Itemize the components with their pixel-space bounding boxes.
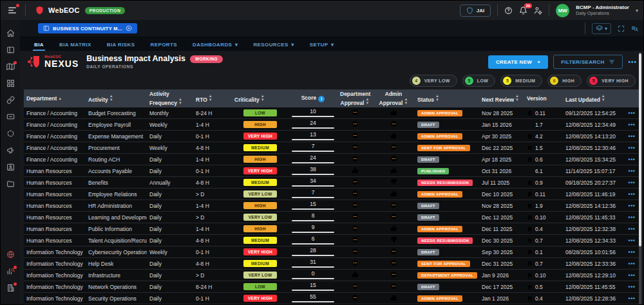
row-actions-button[interactable]: ••• xyxy=(629,191,636,198)
tab-dashboards[interactable]: DASHBOARDS ▾ xyxy=(186,39,244,51)
score-info-icon[interactable]: i xyxy=(318,96,325,102)
tab-bia-matrix[interactable]: BIA MATRIX xyxy=(53,39,98,51)
sidebar-item-chat[interactable] xyxy=(6,113,15,121)
tab-setup[interactable]: SETUP ▾ xyxy=(303,39,341,51)
close-icon[interactable] xyxy=(126,25,132,32)
page-subtitle: DAILY OPERATIONS xyxy=(86,64,223,69)
legend-pill-very-high[interactable]: 5 VERY HIGH xyxy=(587,75,636,87)
search-list-icon[interactable] xyxy=(631,25,638,32)
row-actions-button[interactable]: ••• xyxy=(629,133,636,140)
column-header-rto[interactable]: RTO▲▼ xyxy=(193,89,232,107)
sidebar-item-analytics[interactable] xyxy=(6,267,15,275)
table-row[interactable]: Information Technology Help Desk Daily 4… xyxy=(24,258,641,270)
menu-toggle-icon[interactable] xyxy=(7,5,17,15)
table-row[interactable]: Human Resources Talent Acquisition/Recru… xyxy=(24,235,641,246)
table-row[interactable]: Human Resources Employee Relations Daily… xyxy=(24,189,641,200)
table-row[interactable]: Information Technology Security Operatio… xyxy=(24,293,641,304)
column-header-criticality[interactable]: Criticality▲▼ xyxy=(232,89,289,107)
table-row[interactable]: Information Technology Cybersecurity Ope… xyxy=(24,246,641,258)
tab-bia[interactable]: BIA xyxy=(28,39,50,51)
table-row[interactable]: Finance / Accounting Routing ACH Daily 1… xyxy=(24,154,641,165)
jai-button[interactable]: JAI xyxy=(460,5,491,17)
nexus-logo[interactable]: WebEOC NEXUS xyxy=(26,54,79,69)
sidebar-item-folder[interactable] xyxy=(6,180,15,188)
table-row[interactable]: Finance / Accounting Procurement Weekly … xyxy=(24,142,641,154)
help-icon[interactable] xyxy=(504,6,513,15)
legend-pill-high[interactable]: 6 HIGH xyxy=(547,75,582,87)
legend-pill-very-low[interactable]: 4 VERY LOW xyxy=(410,75,457,87)
table-row[interactable]: Human Resources Accounts Payable Daily 0… xyxy=(24,165,641,177)
column-header-department[interactable]: Department▲ xyxy=(24,89,86,107)
fullscreen-icon[interactable] xyxy=(618,25,625,32)
row-actions-button[interactable]: ••• xyxy=(629,249,636,255)
row-actions-button[interactable]: ••• xyxy=(629,226,636,232)
user-info[interactable]: BCMP - Administrator Daily Operations xyxy=(576,5,629,16)
row-actions-button[interactable]: ••• xyxy=(629,284,636,290)
table-row[interactable]: Information Technology Network Operation… xyxy=(24,281,641,293)
board-tab-business-continuity[interactable]: BUSINESS CONTINUITY M... xyxy=(38,23,137,33)
table-row[interactable]: Human Resources Learning and Development… xyxy=(24,212,641,223)
column-header-status[interactable]: Status▲▼ xyxy=(415,89,479,107)
row-actions-button[interactable]: ••• xyxy=(629,180,636,186)
board-settings-button[interactable]: ▾ xyxy=(592,23,611,34)
status-badge: SENT FOR APPROVAL xyxy=(417,145,470,151)
vertical-scrollbar[interactable] xyxy=(639,52,641,304)
cell-admin-approval xyxy=(372,142,415,154)
cell-department: Human Resources xyxy=(24,189,86,200)
row-actions-button[interactable]: ••• xyxy=(629,110,636,116)
table-row[interactable]: Finance / Accounting Expense Management … xyxy=(24,131,641,142)
row-actions-button[interactable]: ••• xyxy=(629,295,636,302)
table-row[interactable]: Finance / Accounting Budget Forecasting … xyxy=(24,107,641,119)
row-actions-button[interactable]: ••• xyxy=(629,122,636,128)
table-row[interactable]: Information Technology Infrastructure Da… xyxy=(24,270,641,281)
column-header-department-approval[interactable]: Department Approval▲▼ xyxy=(337,89,372,107)
cell-criticality: HIGH xyxy=(232,200,289,212)
row-actions-button[interactable]: ••• xyxy=(629,261,636,267)
sidebar-item-board[interactable] xyxy=(6,46,15,54)
table-row[interactable]: Finance / Accounting Employee Payroll We… xyxy=(24,119,641,131)
sidebar-item-home[interactable] xyxy=(6,29,15,37)
more-options-button[interactable]: ••• xyxy=(628,59,637,66)
sidebar-item-building[interactable] xyxy=(6,284,15,292)
sidebar-item-plugin[interactable] xyxy=(6,129,15,138)
table-row[interactable]: Human Resources HR Administration Daily … xyxy=(24,200,641,212)
legend-pill-medium[interactable]: 5 MEDIUM xyxy=(500,75,542,87)
tab-reports[interactable]: REPORTS xyxy=(144,39,184,51)
sidebar-item-grid[interactable] xyxy=(6,79,15,88)
create-new-button[interactable]: CREATE NEW + xyxy=(488,55,548,69)
column-header-version[interactable]: Version xyxy=(524,89,563,107)
scrollbar-thumb[interactable] xyxy=(639,53,641,246)
column-header-admin-approval[interactable]: Admin Approval▲▼ xyxy=(372,89,415,107)
filter-search-button[interactable]: FILTER/SEARCH xyxy=(553,55,623,69)
column-header-activity-frequency[interactable]: Activity Frequency▲▼ xyxy=(147,89,193,107)
user-avatar[interactable]: MW xyxy=(556,4,569,17)
row-actions-button[interactable]: ••• xyxy=(629,156,636,163)
legend-pill-low[interactable]: 5 LOW xyxy=(462,75,496,87)
tab-bia-risks[interactable]: BIA RISKS xyxy=(100,39,142,51)
tab-resources[interactable]: RESOURCES ▾ xyxy=(247,39,300,51)
column-header-next-review[interactable]: Next Review▲▼ xyxy=(479,89,524,107)
table-row[interactable]: Human Resources Benefits Annually 4-8 H … xyxy=(24,177,641,189)
row-actions-button[interactable]: ••• xyxy=(629,237,636,244)
notifications-bell-icon[interactable]: 20 xyxy=(519,6,527,15)
column-header-activity[interactable]: Activity▲▼ xyxy=(86,89,147,107)
sidebar-item-link[interactable] xyxy=(6,96,15,104)
table-row[interactable]: Human Resources Public Information Daily… xyxy=(24,223,641,235)
user-settings-icon[interactable] xyxy=(534,6,542,15)
user-menu-caret-icon[interactable]: ▾ xyxy=(636,8,638,14)
sidebar-item-megaphone[interactable] xyxy=(6,146,15,154)
row-actions-button[interactable]: ••• xyxy=(629,272,636,279)
sidebar-item-map[interactable] xyxy=(6,62,15,71)
webeoc-shield-logo-icon[interactable] xyxy=(35,5,44,15)
column-header-last-updated[interactable]: Last Updated▲▼ xyxy=(563,89,623,107)
row-actions-button[interactable]: ••• xyxy=(629,214,636,221)
row-actions-button[interactable]: ••• xyxy=(629,145,636,151)
row-actions-button[interactable]: ••• xyxy=(629,168,636,174)
cell-actions: ••• xyxy=(623,107,641,119)
score-bar xyxy=(292,266,334,268)
column-header-score[interactable]: Scorei xyxy=(289,89,337,107)
thumbs-up-icon xyxy=(390,294,397,301)
sidebar-item-id-card[interactable] xyxy=(6,163,15,171)
sidebar-item-globe[interactable] xyxy=(6,250,15,259)
row-actions-button[interactable]: ••• xyxy=(629,203,636,209)
